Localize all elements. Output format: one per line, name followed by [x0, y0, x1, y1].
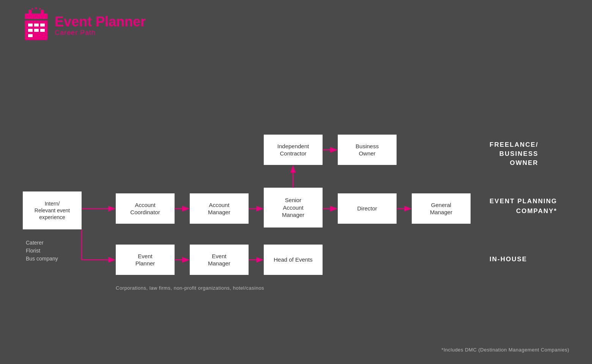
- svg-rect-9: [40, 29, 45, 32]
- logo-icon: [23, 8, 49, 43]
- intern-box: Intern/Relevant eventexperience: [23, 191, 82, 229]
- in-house-label: IN-HOUSE: [490, 255, 527, 264]
- corporations-footnote: Corporations, law firms, non-profit orga…: [116, 285, 264, 291]
- svg-rect-10: [28, 34, 33, 37]
- event-planner-box: EventPlanner: [116, 245, 175, 275]
- svg-rect-6: [40, 24, 45, 27]
- svg-point-13: [39, 8, 41, 9]
- header: Event Planner Career Path: [23, 8, 146, 43]
- general-manager-box: GeneralManager: [412, 193, 471, 224]
- dmc-footnote: *Includes DMC (Destination Management Co…: [441, 347, 569, 353]
- event-manager-box: EventManager: [190, 245, 249, 275]
- svg-point-12: [31, 8, 33, 9]
- page-title: Event Planner: [55, 14, 146, 29]
- head-of-events-box: Head of Events: [264, 245, 323, 275]
- svg-point-11: [35, 8, 37, 9]
- senior-account-manager-box: SeniorAccountManager: [264, 188, 323, 228]
- caterer-text: CatererFloristBus company: [26, 239, 85, 263]
- svg-rect-2: [41, 9, 44, 16]
- page-subtitle: Career Path: [55, 29, 146, 37]
- svg-rect-3: [25, 19, 47, 20]
- svg-rect-1: [28, 9, 31, 16]
- svg-rect-4: [28, 24, 33, 27]
- svg-rect-8: [34, 29, 39, 32]
- independent-contractor-box: IndependentContractor: [264, 135, 323, 165]
- freelance-label: FREELANCE/BUSINESSOWNER: [490, 140, 538, 167]
- svg-rect-7: [28, 29, 33, 32]
- event-planning-label: EVENT PLANNINGCOMPANY*: [490, 196, 557, 216]
- director-box: Director: [338, 193, 397, 224]
- header-text: Event Planner Career Path: [55, 14, 146, 37]
- svg-rect-5: [34, 24, 39, 27]
- career-diagram: Intern/Relevant eventexperience CatererF…: [0, 61, 592, 326]
- business-owner-box: BusinessOwner: [338, 135, 397, 165]
- account-manager-box: AccountManager: [190, 193, 249, 224]
- account-coordinator-box: AccountCoordinator: [116, 193, 175, 224]
